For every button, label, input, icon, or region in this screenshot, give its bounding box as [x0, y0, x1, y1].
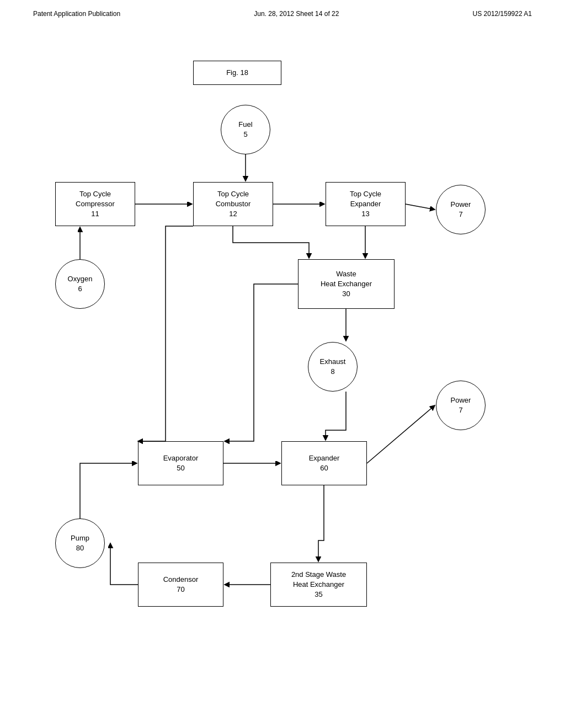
power-bottom-node: Power7 — [436, 381, 486, 430]
flow-arrows — [0, 44, 565, 717]
top-cycle-compressor-node: Top CycleCompressor11 — [55, 182, 135, 226]
oxygen-node: Oxygen6 — [55, 259, 105, 309]
condensor-node: Condensor70 — [138, 563, 223, 607]
svg-line-8 — [367, 405, 435, 463]
header-right: US 2012/159922 A1 — [473, 10, 532, 18]
evaporator-node: Evaporator50 — [138, 441, 223, 485]
header-left: Patent Application Publication — [33, 10, 120, 18]
diagram-container: Fig. 18 Fuel5 Top CycleCompressor11 Top … — [0, 44, 565, 717]
second-stage-waste-node: 2nd Stage WasteHeat Exchanger35 — [270, 563, 367, 607]
fuel-node: Fuel5 — [221, 105, 270, 154]
header-center: Jun. 28, 2012 Sheet 14 of 22 — [254, 10, 339, 18]
waste-heat-exchanger-node: WasteHeat Exchanger30 — [298, 259, 395, 309]
page-header: Patent Application Publication Jun. 28, … — [0, 0, 565, 18]
expander-node: Expander60 — [281, 441, 367, 485]
figure-label-box: Fig. 18 — [193, 61, 281, 85]
svg-line-4 — [406, 204, 435, 210]
power-top-node: Power7 — [436, 185, 486, 234]
pump-node: Pump80 — [55, 518, 105, 568]
top-cycle-expander-node: Top CycleExpander13 — [326, 182, 406, 226]
exhaust-node: Exhaust8 — [308, 342, 358, 392]
top-cycle-combustor-node: Top CycleCombustor12 — [193, 182, 273, 226]
